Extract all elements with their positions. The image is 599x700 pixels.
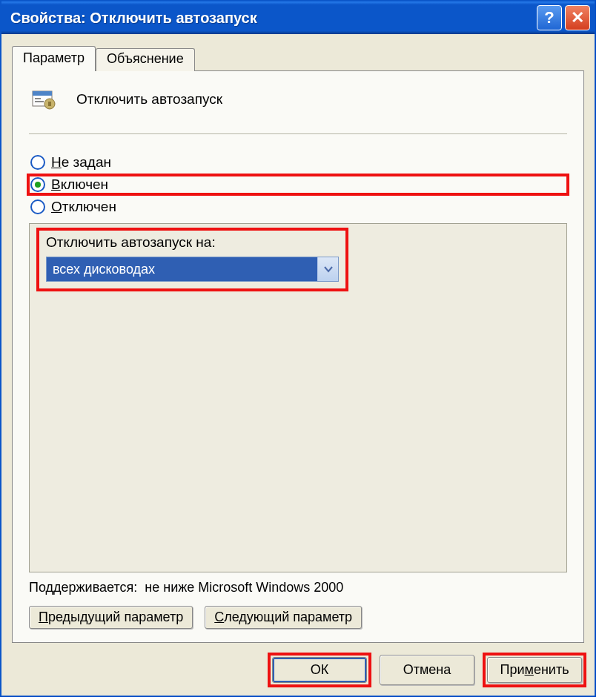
highlight-settings: Отключить автозапуск на: всех дисководах [39, 230, 346, 289]
close-button[interactable]: ✕ [565, 5, 590, 30]
supported-row: Поддерживается: не ниже Microsoft Window… [29, 580, 567, 595]
help-icon: ? [544, 8, 554, 27]
tab-strip: Параметр Объяснение [12, 46, 584, 71]
radio-not-configured[interactable]: Не задан [29, 153, 567, 171]
settings-label: Отключить автозапуск на: [46, 234, 339, 251]
highlight-ok: ОК [270, 655, 369, 685]
radio-enabled[interactable]: Включен [29, 176, 110, 194]
supported-label: Поддерживается: [29, 580, 137, 595]
combobox-selected: всех дисководах [47, 257, 317, 281]
dialog-footer: ОК Отмена Применить [12, 655, 584, 685]
prev-setting-button[interactable]: Предыдущий параметр [29, 606, 193, 629]
policy-title: Отключить автозапуск [76, 91, 222, 108]
policy-heading-row: Отключить автозапуск [29, 85, 567, 114]
highlight-apply: Применить [485, 655, 584, 685]
svg-rect-2 [35, 98, 41, 99]
radio-icon [30, 199, 45, 214]
ok-button[interactable]: ОК [272, 657, 367, 683]
radio-icon [30, 155, 45, 170]
apply-button[interactable]: Применить [487, 657, 582, 683]
window-title: Свойства: Отключить автозапуск [10, 10, 534, 27]
tab-parameter[interactable]: Параметр [12, 46, 96, 71]
tab-panel-parameter: Отключить автозапуск Не задан Включен От… [12, 70, 584, 643]
combobox-button[interactable] [317, 257, 338, 281]
supported-value: не ниже Microsoft Windows 2000 [145, 580, 343, 595]
radio-icon [30, 177, 45, 192]
settings-group: Отключить автозапуск на: всех дисководах [29, 223, 567, 572]
cancel-button[interactable]: Отмена [380, 655, 474, 685]
separator [29, 133, 567, 134]
tab-explanation[interactable]: Объяснение [96, 48, 195, 71]
titlebar[interactable]: Свойства: Отключить автозапуск ? ✕ [1, 1, 595, 34]
drives-combobox[interactable]: всех дисководах [46, 257, 339, 282]
client-area: Параметр Объяснение Отключить автозапуск [1, 34, 595, 696]
svg-rect-1 [33, 91, 52, 96]
radio-label: Включен [51, 176, 108, 193]
radio-disabled[interactable]: Отключен [29, 198, 567, 216]
radio-group-state: Не задан Включен Отключен [29, 153, 567, 216]
nav-buttons: Предыдущий параметр Следующий параметр [29, 606, 567, 629]
svg-rect-5 [48, 102, 51, 106]
radio-label: Не задан [51, 154, 111, 171]
chevron-down-icon [323, 264, 334, 274]
highlight-enabled: Включен [29, 176, 567, 194]
next-setting-button[interactable]: Следующий параметр [205, 606, 362, 629]
close-icon: ✕ [571, 8, 584, 27]
dialog-window: Свойства: Отключить автозапуск ? ✕ Парам… [0, 0, 596, 697]
radio-label: Отключен [51, 199, 116, 215]
help-button[interactable]: ? [537, 5, 562, 30]
svg-rect-3 [35, 101, 44, 102]
policy-icon [29, 85, 59, 114]
